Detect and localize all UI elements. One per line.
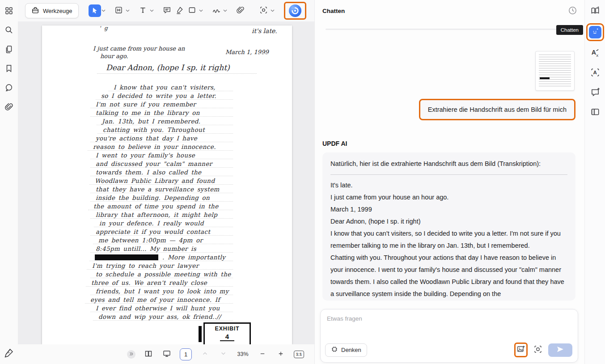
side-panel-icon [590, 107, 600, 118]
text-tool-chevron-icon[interactable] [149, 6, 155, 15]
actual-size-label: 1:1 [296, 352, 302, 356]
screenshot-capture-button[interactable] [258, 4, 270, 17]
bookmarks-button[interactable] [3, 63, 15, 74]
markup-tool-button[interactable] [113, 4, 125, 17]
svg-text:x: x [596, 52, 598, 57]
page-thumbnails-icon [4, 45, 13, 54]
highlighter-tool-button[interactable] [173, 4, 186, 17]
presentation-button[interactable] [161, 349, 172, 360]
new-chat-button[interactable] [588, 85, 603, 100]
right-sidebar: Ax A [584, 0, 605, 364]
handwriting-line: reason to believe in your innocence. [93, 143, 231, 151]
text-tool-button[interactable] [137, 4, 149, 17]
handwriting-body: I know that you can't visiters,so I deci… [96, 83, 231, 321]
page-layout-button[interactable] [588, 105, 603, 120]
handwriting-line: and discussed your "calm" manner [96, 160, 231, 168]
bottom-toolbar: 33% 1:1 [18, 344, 314, 364]
two-page-view-button[interactable] [143, 349, 154, 360]
presentation-monitor-icon [162, 349, 171, 360]
text-recognition-button[interactable]: A [588, 65, 603, 80]
ai-reader-button[interactable] [588, 4, 603, 19]
handwriting-line: . More importantly [95, 253, 231, 262]
exhibit-stamp: EXHIBIT 4 [203, 322, 251, 344]
comments-button[interactable] [3, 82, 15, 93]
handwriting-line: towards them. I also called the [96, 168, 231, 177]
image-add-icon [516, 345, 525, 355]
attached-image-thumbnail[interactable] [535, 51, 575, 91]
ink-signature-button[interactable] [3, 347, 15, 359]
shape-tool-chevron-icon[interactable] [199, 6, 204, 15]
handwriting-line: down and wip your ass, ok friend..// [98, 313, 231, 321]
handwriting-line: Woodlawn Public Library and found [95, 177, 231, 185]
think-mode-button[interactable]: Denken [325, 343, 367, 357]
ai-button-highlight [284, 2, 306, 20]
ai-chat-button-highlight[interactable] [586, 23, 604, 41]
previous-page-button[interactable] [199, 349, 210, 360]
signature-tool-chevron-icon[interactable] [223, 6, 228, 15]
ink-pen-icon [4, 348, 14, 358]
handwriting-line: the amount of time you spend in the [93, 202, 231, 211]
handwriting-line: eyes and tell me of your innocence. If [90, 296, 231, 304]
send-button[interactable] [548, 343, 572, 357]
chat-input-box: Denken [320, 309, 578, 363]
app-grid-button[interactable] [3, 5, 15, 17]
highlighter-icon [175, 6, 184, 16]
expand-panel-button[interactable] [127, 350, 135, 359]
chatten-tooltip: Chatten [556, 25, 583, 35]
chat-input-field[interactable] [321, 309, 578, 335]
comment-tool-button[interactable] [161, 4, 173, 17]
svg-text:A: A [591, 49, 596, 56]
zoom-out-button[interactable] [257, 349, 268, 360]
chevron-up-icon [202, 351, 208, 358]
page-number-input[interactable] [180, 348, 192, 360]
handwriting-line: library that afternoon, it might help [96, 211, 231, 219]
bookmark-icon [4, 64, 13, 73]
signature-tool-button[interactable] [210, 4, 223, 17]
document-page[interactable]: ' g it's late. I just came from your hou… [42, 25, 292, 344]
top-toolbar: Werkzeuge [18, 0, 314, 21]
search-button[interactable] [3, 24, 15, 36]
signature-icon [212, 6, 221, 16]
werkzeuge-button[interactable]: Werkzeuge [25, 3, 79, 18]
markup-tool-chevron-icon[interactable] [125, 6, 131, 15]
translate-button[interactable]: Ax [588, 46, 603, 61]
handwriting-its-late: it's late. [252, 27, 277, 34]
screenshot-capture-icon [259, 6, 268, 16]
document-viewport[interactable]: ' g it's late. I just came from your hou… [18, 21, 314, 344]
chevron-down-icon [220, 351, 226, 358]
select-tool-chevron-icon[interactable] [101, 6, 106, 15]
plus-icon [278, 351, 284, 358]
updf-ai-button[interactable] [289, 4, 301, 17]
screenshot-capture-chevron-icon[interactable] [270, 6, 275, 15]
handwriting-line: in your defence. I really would [99, 219, 231, 228]
select-tool-button[interactable] [89, 4, 101, 17]
page-thumbnails-button[interactable] [3, 43, 15, 55]
handwriting-line: you're actions that day I have [96, 134, 231, 143]
actual-size-button[interactable]: 1:1 [294, 351, 304, 358]
zoom-level-label: 33% [236, 351, 250, 357]
attach-tool-button[interactable] [234, 4, 247, 17]
book-sparkle-icon [590, 5, 601, 17]
screenshot-to-chat-button[interactable] [533, 345, 542, 355]
handwriting-line: 8:45pm untill... My number is [96, 245, 231, 253]
image-button-highlight [514, 343, 528, 357]
attach-paperclip-icon [236, 6, 245, 16]
shape-rect-icon [188, 6, 196, 16]
text-t-icon [139, 6, 147, 16]
shape-tool-button[interactable] [186, 4, 199, 17]
handwriting-line: I know that you can't visiters, [114, 83, 231, 92]
handwriting-line: so I decided to write you a letter. [101, 92, 231, 100]
history-clock-icon [568, 10, 577, 17]
comment-lines-icon [163, 6, 171, 16]
transcription-line: Dear Adnon, (hope I sp. it right) [330, 216, 567, 228]
paperclip-icon [4, 102, 13, 111]
attachments-button[interactable] [3, 101, 15, 113]
thumbnail-redaction-mark [540, 77, 550, 79]
add-image-button[interactable] [516, 345, 525, 355]
chat-history-button[interactable] [567, 6, 577, 16]
zoom-in-button[interactable] [275, 349, 286, 360]
ai-chat-active-button[interactable] [589, 26, 601, 38]
next-page-button[interactable] [218, 349, 228, 360]
handwriting-line: I'm not sure if you remember [96, 100, 231, 109]
user-message-bubble: Extrahiere die Handschrift aus dem Bild … [420, 100, 574, 119]
